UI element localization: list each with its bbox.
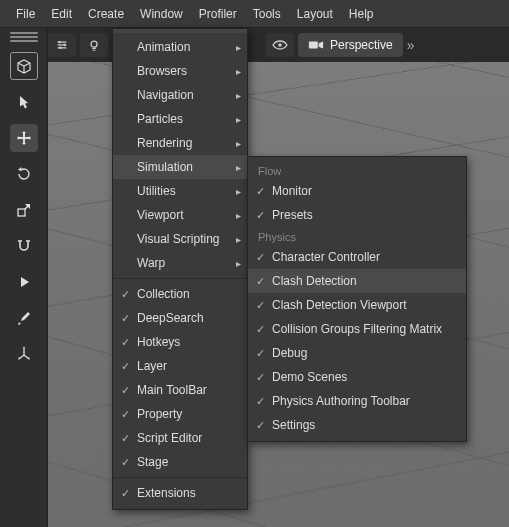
menuitem-presets[interactable]: ✓Presets (248, 203, 466, 227)
menuitem-visual-scripting[interactable]: Visual Scripting▸ (113, 227, 247, 251)
axes-icon[interactable] (10, 340, 38, 368)
svg-point-3 (59, 47, 61, 49)
menuitem-clash-detection[interactable]: ✓Clash Detection (248, 269, 466, 293)
menuitem-character-controller[interactable]: ✓Character Controller (248, 245, 466, 269)
check-icon: ✓ (119, 432, 131, 445)
menuitem-label: Clash Detection Viewport (272, 298, 407, 312)
menuitem-viewport[interactable]: Viewport▸ (113, 203, 247, 227)
svg-point-5 (278, 43, 282, 47)
menuitem-property[interactable]: ✓Property (113, 402, 247, 426)
menuitem-debug[interactable]: ✓Debug (248, 341, 466, 365)
submenu-arrow-icon: ▸ (236, 258, 241, 269)
menuitem-label: Debug (272, 346, 307, 360)
left-dock (0, 28, 48, 527)
viewport-toolbar: Perspective » (0, 28, 509, 62)
menuitem-collision-groups-filtering-matrix[interactable]: ✓Collision Groups Filtering Matrix (248, 317, 466, 341)
brush-icon[interactable] (10, 304, 38, 332)
menuitem-layer[interactable]: ✓Layer (113, 354, 247, 378)
check-icon: ✓ (119, 336, 131, 349)
menu-profiler[interactable]: Profiler (191, 3, 245, 25)
check-icon: ✓ (119, 408, 131, 421)
rotate-icon[interactable] (10, 160, 38, 188)
submenu-arrow-icon: ▸ (236, 66, 241, 77)
check-icon: ✓ (119, 360, 131, 373)
menu-tools[interactable]: Tools (245, 3, 289, 25)
submenu-header: Flow (248, 161, 466, 179)
expand-icon[interactable]: » (407, 33, 421, 57)
svg-rect-6 (309, 41, 318, 48)
menubar: FileEditCreateWindowProfilerToolsLayoutH… (0, 0, 509, 28)
menuitem-clash-detection-viewport[interactable]: ✓Clash Detection Viewport (248, 293, 466, 317)
menuitem-monitor[interactable]: ✓Monitor (248, 179, 466, 203)
check-icon: ✓ (119, 384, 131, 397)
menuitem-label: Character Controller (272, 250, 380, 264)
menuitem-extensions[interactable]: ✓Extensions (113, 481, 247, 505)
check-icon: ✓ (254, 395, 266, 408)
camera-selector[interactable]: Perspective (298, 33, 403, 57)
check-icon: ✓ (254, 299, 266, 312)
submenu-arrow-icon: ▸ (236, 138, 241, 149)
menuitem-deepsearch[interactable]: ✓DeepSearch (113, 306, 247, 330)
submenu-arrow-icon: ▸ (236, 42, 241, 53)
menuitem-utilities[interactable]: Utilities▸ (113, 179, 247, 203)
cursor-icon[interactable] (10, 88, 38, 116)
menuitem-label: Viewport (137, 208, 183, 222)
menuitem-simulation[interactable]: Simulation▸ (113, 155, 247, 179)
menuitem-label: Browsers (137, 64, 187, 78)
svg-point-1 (58, 41, 60, 43)
menuitem-script-editor[interactable]: ✓Script Editor (113, 426, 247, 450)
menuitem-animation[interactable]: Animation▸ (113, 35, 247, 59)
menuitem-warp[interactable]: Warp▸ (113, 251, 247, 275)
menuitem-main-toolbar[interactable]: ✓Main ToolBar (113, 378, 247, 402)
menuitem-label: Stage (137, 455, 168, 469)
menuitem-stage[interactable]: ✓Stage (113, 450, 247, 474)
menuitem-label: DeepSearch (137, 311, 204, 325)
submenu-arrow-icon: ▸ (236, 234, 241, 245)
menuitem-browsers[interactable]: Browsers▸ (113, 59, 247, 83)
menuitem-physics-authoring-toolbar[interactable]: ✓Physics Authoring Toolbar (248, 389, 466, 413)
menu-layout[interactable]: Layout (289, 3, 341, 25)
menuitem-label: Settings (272, 418, 315, 432)
menuitem-label: Monitor (272, 184, 312, 198)
camera-label: Perspective (330, 38, 393, 52)
check-icon: ✓ (254, 419, 266, 432)
menu-window[interactable]: Window (132, 3, 191, 25)
menuitem-label: Clash Detection (272, 274, 357, 288)
menuitem-settings[interactable]: ✓Settings (248, 413, 466, 437)
menu-edit[interactable]: Edit (43, 3, 80, 25)
menuitem-particles[interactable]: Particles▸ (113, 107, 247, 131)
menuitem-label: Visual Scripting (137, 232, 220, 246)
camera-icon (308, 39, 324, 51)
check-icon: ✓ (254, 347, 266, 360)
menuitem-label: Presets (272, 208, 313, 222)
submenu-arrow-icon: ▸ (236, 210, 241, 221)
window-menu: Animation▸Browsers▸Navigation▸Particles▸… (112, 28, 248, 510)
check-icon: ✓ (119, 487, 131, 500)
menuitem-label: Physics Authoring Toolbar (272, 394, 410, 408)
snap-icon[interactable] (10, 232, 38, 260)
play-icon[interactable] (10, 268, 38, 296)
svg-point-4 (91, 41, 97, 47)
light-icon[interactable] (80, 33, 108, 57)
check-icon: ✓ (254, 371, 266, 384)
check-icon: ✓ (254, 209, 266, 222)
scale-icon[interactable] (10, 196, 38, 224)
menu-file[interactable]: File (8, 3, 43, 25)
menuitem-rendering[interactable]: Rendering▸ (113, 131, 247, 155)
menuitem-label: Navigation (137, 88, 194, 102)
eye-icon[interactable] (266, 33, 294, 57)
move-icon[interactable] (10, 124, 38, 152)
menuitem-hotkeys[interactable]: ✓Hotkeys (113, 330, 247, 354)
menuitem-label: Hotkeys (137, 335, 180, 349)
check-icon: ✓ (254, 275, 266, 288)
menu-help[interactable]: Help (341, 3, 382, 25)
check-icon: ✓ (119, 288, 131, 301)
menuitem-navigation[interactable]: Navigation▸ (113, 83, 247, 107)
menuitem-label: Collision Groups Filtering Matrix (272, 322, 442, 336)
menuitem-collection[interactable]: ✓Collection (113, 282, 247, 306)
menuitem-label: Script Editor (137, 431, 202, 445)
settings-icon[interactable] (48, 33, 76, 57)
menu-create[interactable]: Create (80, 3, 132, 25)
menuitem-label: Property (137, 407, 182, 421)
menuitem-demo-scenes[interactable]: ✓Demo Scenes (248, 365, 466, 389)
